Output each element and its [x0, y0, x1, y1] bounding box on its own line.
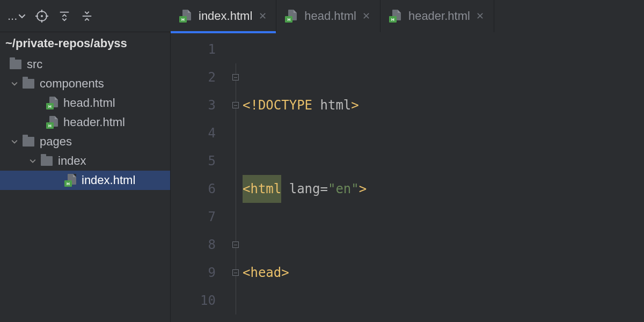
- line-number[interactable]: 2: [171, 63, 216, 91]
- line-number[interactable]: 6: [171, 175, 216, 203]
- tab-label: head.html: [304, 9, 356, 23]
- fold-gutter: [229, 32, 243, 322]
- line-number[interactable]: 10: [171, 287, 216, 314]
- tree-label: header.html: [63, 115, 125, 129]
- tree-label: components: [40, 77, 104, 91]
- svg-point-1: [41, 15, 43, 17]
- close-icon[interactable]: ✕: [475, 11, 485, 21]
- chevron-down-icon[interactable]: [10, 137, 19, 147]
- code-line: <html lang="en">: [243, 175, 644, 203]
- fold-handle[interactable]: [232, 241, 239, 248]
- close-icon[interactable]: ✕: [258, 11, 267, 21]
- project-tree: ~/private-repos/abyss src components H h…: [0, 32, 171, 322]
- line-number[interactable]: 5: [171, 147, 216, 175]
- tab-label: header.html: [408, 9, 470, 23]
- line-number[interactable]: 9: [171, 259, 216, 287]
- collapse-all-icon[interactable]: [80, 10, 93, 23]
- close-icon[interactable]: ✕: [362, 11, 371, 21]
- editor-tabs: H index.html ✕ H head.html ✕ H header.ht…: [171, 0, 644, 32]
- folder-icon: [23, 79, 34, 89]
- folder-icon: [10, 60, 21, 69]
- tab-index-html[interactable]: H index.html ✕: [171, 0, 276, 32]
- tree-label: src: [27, 57, 42, 71]
- tree-folder-components[interactable]: components: [0, 74, 170, 93]
- folder-icon: [23, 137, 34, 147]
- target-icon[interactable]: [35, 10, 48, 23]
- line-gutter: 1 2 3 4 5 6 7 8 9 10: [171, 32, 229, 322]
- tab-header-html[interactable]: H header.html ✕: [380, 0, 494, 32]
- main-area: ~/private-repos/abyss src components H h…: [0, 32, 644, 322]
- fold-handle[interactable]: [232, 74, 239, 80]
- folder-icon: [41, 156, 53, 166]
- code-line: <!DOCTYPE html>: [243, 91, 644, 119]
- tab-head-html[interactable]: H head.html ✕: [276, 0, 380, 32]
- line-number[interactable]: 8: [171, 231, 216, 259]
- tree-folder-pages[interactable]: pages: [0, 132, 170, 151]
- html-file-icon: H: [46, 116, 58, 129]
- editor-area: 1 2 3 4 5 6 7 8 9 10: [171, 32, 644, 322]
- tree-file-index-html[interactable]: H index.html: [0, 171, 170, 190]
- tree-file-head-html[interactable]: H head.html: [0, 93, 170, 113]
- html-file-icon: H: [179, 10, 191, 23]
- line-number[interactable]: 1: [171, 35, 216, 63]
- tree-folder-src[interactable]: src: [0, 55, 170, 74]
- chevron-down-icon[interactable]: [10, 79, 19, 89]
- tree-label: head.html: [63, 96, 115, 110]
- tree-file-header-html[interactable]: H header.html: [0, 113, 170, 132]
- code-line: <head>: [243, 259, 644, 287]
- html-file-icon: H: [46, 97, 58, 109]
- tree-label: index: [58, 154, 86, 168]
- tree-label: index.html: [82, 173, 135, 187]
- line-number[interactable]: 4: [171, 119, 216, 147]
- html-file-icon: H: [64, 174, 76, 187]
- line-number[interactable]: 3: [171, 91, 216, 119]
- html-file-icon: H: [389, 10, 401, 23]
- chevron-down-icon[interactable]: [28, 156, 38, 166]
- code-content[interactable]: <!DOCTYPE html> <html lang="en"> <head> …: [243, 32, 644, 322]
- tab-label: index.html: [199, 9, 252, 23]
- tree-label: pages: [40, 135, 72, 149]
- project-root[interactable]: ~/private-repos/abyss: [0, 32, 170, 55]
- code-editor[interactable]: 1 2 3 4 5 6 7 8 9 10: [171, 32, 644, 322]
- fold-handle[interactable]: [232, 269, 239, 276]
- toolbar-left-group: ...: [4, 9, 93, 23]
- line-number[interactable]: 7: [171, 203, 216, 231]
- tree-folder-index[interactable]: index: [0, 151, 170, 171]
- toolbar-menu-dropdown[interactable]: ...: [8, 9, 26, 23]
- fold-handle[interactable]: [232, 102, 239, 108]
- html-file-icon: H: [285, 10, 297, 23]
- expand-all-icon[interactable]: [58, 10, 71, 23]
- chevron-down-icon: [18, 12, 26, 20]
- dropdown-label: ...: [8, 9, 17, 23]
